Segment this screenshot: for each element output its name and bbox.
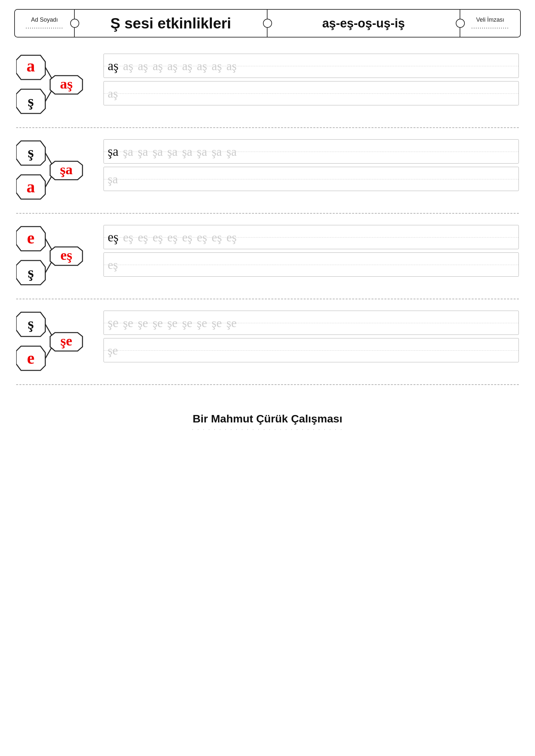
trace-sa-2: şa bbox=[138, 146, 148, 158]
veli-imzasi-dots: .................. bbox=[471, 23, 509, 30]
separator-2 bbox=[16, 213, 519, 214]
exercise-es: e ş eş eş eş eş eş eş eş eş bbox=[16, 225, 519, 290]
trace-se-7: şe bbox=[211, 317, 222, 329]
trace-sa-solo: şa bbox=[108, 173, 118, 185]
trace-es-5: eş bbox=[182, 231, 192, 243]
lines-as: aş aş aş aş aş aş aş aş aş aş bbox=[103, 54, 519, 105]
trace-es-6: eş bbox=[197, 231, 207, 243]
trace-as-7: aş bbox=[211, 60, 222, 72]
diagram-as: a ş aş bbox=[16, 54, 87, 118]
trace-as-6: aş bbox=[197, 60, 207, 72]
svg-text:aş: aş bbox=[60, 76, 72, 92]
trace-sa-1: şa bbox=[123, 146, 133, 158]
exercise-se: ş e şe şe şe şe şe şe şe şe bbox=[16, 310, 519, 375]
trace-as-1: aş bbox=[123, 60, 133, 72]
lines-sa: şa şa şa şa şa şa şa şa şa şa bbox=[103, 139, 519, 191]
trace-se-5: şe bbox=[182, 317, 192, 329]
footer-title: Bir Mahmut Çürük Çalışması bbox=[0, 413, 535, 425]
header-title-section: Ş sesi etkinlikleri bbox=[75, 10, 268, 37]
trace-es-2: eş bbox=[138, 231, 148, 243]
trace-es-3: eş bbox=[153, 231, 163, 243]
trace-sa-5: şa bbox=[182, 146, 192, 158]
svg-text:e: e bbox=[27, 349, 34, 367]
footer-dots: · · · · · · · · · · · · · · · · · · · · … bbox=[0, 426, 535, 433]
trace-as-8: aş bbox=[226, 60, 237, 72]
trace-se-6: şe bbox=[197, 317, 207, 329]
trace-es-4: eş bbox=[167, 231, 178, 243]
solid-se: şe bbox=[108, 316, 118, 329]
svg-text:ş: ş bbox=[28, 315, 34, 332]
writing-line-as-2[interactable]: aş bbox=[103, 81, 519, 105]
writing-line-se-1[interactable]: şe şe şe şe şe şe şe şe şe bbox=[103, 310, 519, 335]
trace-se-3: şe bbox=[153, 317, 163, 329]
svg-text:ş: ş bbox=[28, 93, 34, 110]
header-right-section: Veli İmzası .................. bbox=[460, 10, 520, 37]
header-subtitle-section: aş-eş-oş-uş-iş bbox=[268, 10, 460, 37]
lines-es: eş eş eş eş eş eş eş eş eş eş bbox=[103, 225, 519, 277]
svg-text:şe: şe bbox=[61, 333, 72, 349]
separator-1 bbox=[16, 127, 519, 128]
trace-sa-6: şa bbox=[197, 146, 207, 158]
diagram-sa: ş a şa bbox=[16, 139, 87, 204]
subtitle: aş-eş-oş-uş-iş bbox=[322, 16, 405, 30]
writing-line-se-2[interactable]: şe bbox=[103, 338, 519, 362]
veli-imzasi-label: Veli İmzası bbox=[476, 16, 504, 23]
trace-se-4: şe bbox=[167, 317, 178, 329]
exercise-as: a ş aş aş aş aş aş aş aş bbox=[16, 54, 519, 118]
solid-es: eş bbox=[108, 231, 118, 244]
svg-text:a: a bbox=[27, 57, 35, 75]
trace-sa-4: şa bbox=[167, 146, 178, 158]
trace-as-solo: aş bbox=[108, 87, 118, 99]
svg-text:eş: eş bbox=[61, 247, 72, 263]
trace-se-1: şe bbox=[123, 317, 133, 329]
trace-as-5: aş bbox=[182, 60, 192, 72]
svg-text:ş: ş bbox=[28, 144, 34, 161]
ad-soyadi-label: Ad Soyadı bbox=[31, 16, 58, 23]
diagram-se: ş e şe bbox=[16, 310, 87, 375]
writing-line-sa-2[interactable]: şa bbox=[103, 167, 519, 191]
main-title: Ş sesi etkinlikleri bbox=[110, 14, 231, 32]
writing-line-sa-1[interactable]: şa şa şa şa şa şa şa şa şa bbox=[103, 139, 519, 164]
writing-line-as-1[interactable]: aş aş aş aş aş aş aş aş aş bbox=[103, 54, 519, 78]
lines-se: şe şe şe şe şe şe şe şe şe şe bbox=[103, 310, 519, 362]
solid-as: aş bbox=[108, 60, 118, 72]
trace-es-8: eş bbox=[226, 231, 237, 243]
separator-4 bbox=[16, 384, 519, 385]
svg-text:e: e bbox=[27, 229, 34, 247]
header-left-section: Ad Soyadı .................. bbox=[15, 10, 75, 37]
trace-se-solo: şe bbox=[108, 344, 118, 357]
trace-sa-3: şa bbox=[153, 146, 163, 158]
footer: Bir Mahmut Çürük Çalışması · · · · · · ·… bbox=[0, 403, 535, 446]
solid-sa: şa bbox=[108, 145, 118, 158]
page-content: a ş aş aş aş aş aş aş aş bbox=[0, 47, 535, 403]
diagram-es: e ş eş bbox=[16, 225, 87, 290]
exercise-sa: ş a şa şa şa şa şa şa şa şa bbox=[16, 139, 519, 204]
trace-as-3: aş bbox=[153, 60, 163, 72]
header: Ad Soyadı .................. Ş sesi etki… bbox=[14, 9, 521, 38]
trace-es-7: eş bbox=[211, 231, 222, 243]
trace-as-2: aş bbox=[138, 60, 148, 72]
trace-as-4: aş bbox=[167, 60, 178, 72]
trace-es-1: eş bbox=[123, 231, 133, 243]
trace-sa-8: şa bbox=[226, 146, 237, 158]
trace-sa-7: şa bbox=[211, 146, 222, 158]
svg-text:ş: ş bbox=[28, 264, 34, 281]
writing-line-es-2[interactable]: eş bbox=[103, 253, 519, 277]
writing-line-es-1[interactable]: eş eş eş eş eş eş eş eş eş bbox=[103, 225, 519, 249]
svg-text:şa: şa bbox=[60, 162, 72, 177]
trace-se-8: şe bbox=[226, 317, 237, 329]
ad-soyadi-dots: .................. bbox=[26, 23, 63, 30]
trace-es-solo: eş bbox=[108, 258, 118, 271]
svg-text:a: a bbox=[27, 177, 35, 196]
separator-3 bbox=[16, 299, 519, 299]
trace-se-2: şe bbox=[138, 317, 148, 329]
